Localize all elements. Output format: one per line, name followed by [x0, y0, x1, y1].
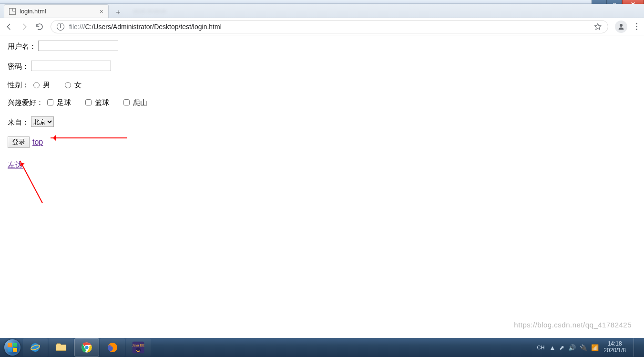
file-icon: [9, 8, 16, 15]
windows-taskbar: Java EE CH ▲ ⬈ 🔊 🔌 📶 14:18 2020/1/8: [0, 338, 644, 357]
clock-time: 14:18: [603, 341, 626, 347]
firefox-icon: [106, 341, 119, 354]
username-input[interactable]: [38, 41, 118, 51]
annotation-arrow-top: [51, 137, 127, 138]
new-tab-button[interactable]: +: [112, 7, 125, 18]
windows-orb-icon: [4, 339, 20, 356]
plus-icon: +: [116, 8, 120, 17]
tab-title: login.html: [20, 8, 46, 15]
ie-icon: [29, 341, 42, 354]
svg-text:Java EE: Java EE: [132, 344, 144, 347]
row-left-link: 左边: [8, 161, 636, 169]
taskbar-ie[interactable]: [23, 338, 48, 357]
chrome-icon: [80, 341, 93, 354]
clock-date: 2020/1/8: [603, 347, 626, 354]
hobby-football-text: 足球: [57, 99, 71, 106]
hobby-hiking-text: 爬山: [133, 99, 147, 106]
system-tray: CH ▲ ⬈ 🔊 🔌 📶 14:18 2020/1/8: [537, 338, 641, 357]
tray-power-icon[interactable]: 🔌: [580, 344, 587, 351]
gender-label: 性别：: [8, 81, 29, 88]
ime-indicator[interactable]: CH: [537, 345, 545, 350]
bookmark-star-icon[interactable]: [593, 22, 602, 31]
row-password: 密码：: [8, 61, 636, 71]
login-form: 用户名： 密码： 性别： 男 女 兴趣爱好： 足球 篮球 爬山: [3, 36, 641, 174]
window-titlebar: — □ ✕: [0, 0, 644, 4]
javaee-icon: Java EE: [132, 341, 145, 354]
hobby-label: 兴趣爱好：: [8, 99, 43, 106]
taskbar-clock[interactable]: 14:18 2020/1/8: [603, 341, 626, 354]
nav-forward-button[interactable]: [20, 22, 29, 31]
hobby-basketball-checkbox[interactable]: [85, 99, 92, 105]
nav-back-button[interactable]: [5, 22, 13, 31]
gender-female-radio[interactable]: [65, 82, 71, 88]
tray-action-icon[interactable]: ⬈: [559, 344, 564, 351]
svg-point-0: [31, 343, 40, 352]
profile-avatar-button[interactable]: [615, 21, 627, 33]
nav-reload-button[interactable]: [35, 22, 44, 31]
folder-icon: [54, 341, 68, 354]
from-select[interactable]: 北京: [31, 116, 54, 127]
taskbar-chrome[interactable]: [74, 338, 99, 357]
password-input[interactable]: [31, 61, 111, 71]
url-scheme: file:///: [69, 23, 85, 31]
url-path: C:/Users/Administrator/Desktop/test/logi…: [85, 23, 221, 31]
gender-male-text: 男: [43, 81, 50, 88]
username-label: 用户名：: [8, 42, 36, 50]
tray-volume-icon[interactable]: 🔊: [568, 344, 576, 351]
tray-chevron-icon[interactable]: ▲: [549, 344, 555, 351]
tab-login[interactable]: login.html ×: [4, 4, 109, 18]
taskbar-eclipse[interactable]: Java EE: [126, 338, 151, 357]
address-bar[interactable]: i file:///C:/Users/Administrator/Desktop…: [51, 20, 608, 33]
link-top[interactable]: top: [32, 138, 43, 146]
tray-network-icon[interactable]: 📶: [591, 344, 599, 351]
url-text: file:///C:/Users/Administrator/Desktop/t…: [69, 23, 222, 31]
page-viewport: 用户名： 密码： 性别： 男 女 兴趣爱好： 足球 篮球 爬山: [3, 36, 641, 335]
hobby-hiking-checkbox[interactable]: [123, 99, 130, 105]
row-from: 来自： 北京: [8, 116, 636, 127]
gender-female-text: 女: [74, 81, 82, 88]
password-label: 密码：: [8, 63, 29, 70]
row-hobby: 兴趣爱好： 足球 篮球 爬山: [8, 98, 636, 107]
gender-male-radio[interactable]: [33, 82, 40, 88]
site-info-icon[interactable]: i: [57, 23, 64, 31]
from-label: 来自：: [8, 118, 29, 126]
hobby-basketball-text: 篮球: [95, 99, 109, 106]
browser-toolbar: i file:///C:/Users/Administrator/Desktop…: [0, 18, 644, 35]
show-desktop-button[interactable]: [634, 338, 639, 357]
row-submit: 登录 top: [8, 136, 636, 148]
tab-close-button[interactable]: ×: [100, 8, 103, 15]
browser-menu-button[interactable]: [634, 21, 639, 32]
background-window-blur: ▭ ▭ ▭ ▭ ▭: [124, 4, 587, 18]
watermark-text: https://blog.csdn.net/qq_41782425: [514, 321, 632, 329]
row-gender: 性别： 男 女: [8, 81, 636, 88]
row-username: 用户名：: [8, 41, 636, 51]
taskbar-firefox[interactable]: [100, 338, 125, 357]
taskbar-explorer[interactable]: [49, 338, 73, 357]
hobby-football-checkbox[interactable]: [47, 99, 53, 105]
start-button[interactable]: [3, 338, 22, 357]
tray-icons[interactable]: ▲ ⬈ 🔊 🔌 📶: [549, 344, 599, 351]
browser-tabbar: login.html × + ▭ ▭ ▭ ▭ ▭: [0, 4, 644, 18]
login-button[interactable]: 登录: [8, 136, 30, 148]
